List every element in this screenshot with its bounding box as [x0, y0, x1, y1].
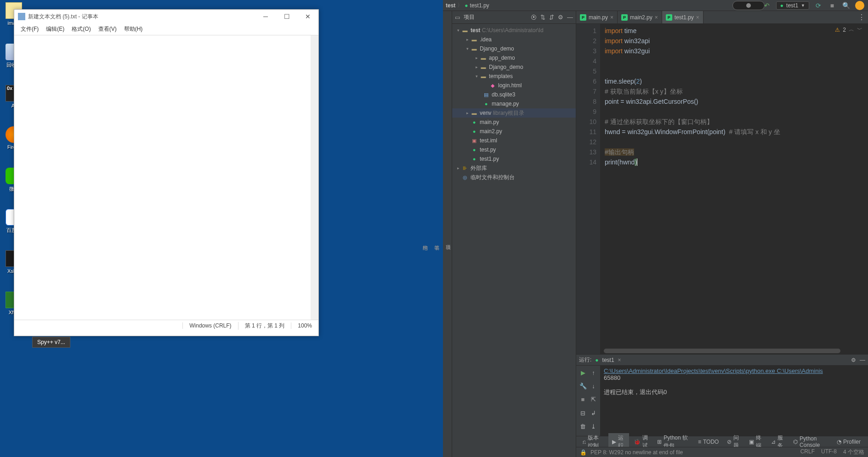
soft-wrap-button[interactable]: ↲	[589, 408, 598, 418]
search-icon[interactable]: 🔍	[841, 1, 851, 10]
left-tool-stripe[interactable]: 项目 书签 结构	[443, 11, 452, 457]
tree-root-name: test	[471, 27, 480, 34]
rerun-button[interactable]: ▶	[578, 367, 588, 378]
menu-format[interactable]: 格式(O)	[68, 24, 94, 34]
status-indent[interactable]: 4 个空格	[843, 448, 864, 456]
avatar[interactable]	[855, 1, 864, 10]
output-path: C:\Users\Administrator\IdeaProjects\test…	[604, 367, 864, 374]
menu-edit[interactable]: 编辑(E)	[42, 24, 68, 34]
chevron-down-icon[interactable]: ﹀	[857, 26, 862, 34]
close-button[interactable]: ✕	[297, 10, 318, 23]
line-gutter[interactable]: 1234567891011121314	[576, 24, 600, 354]
breadcrumb[interactable]: test 〉 ● test1.py	[443, 1, 749, 9]
chevron-up-icon[interactable]: ︿	[849, 26, 854, 34]
code-editor[interactable]: 1234567891011121314 import time import w…	[576, 24, 868, 354]
notepad-text-area[interactable]	[14, 35, 318, 320]
project-view-icon[interactable]: ▭	[455, 14, 460, 21]
editor-area: Pmain.py× Pmain2.py× Ptest1.py× ⋮ 123456…	[576, 11, 868, 457]
tabs-more-icon[interactable]: ⋮	[858, 11, 868, 23]
bottom-tool-stripe: ⎌版本控制 ▶运行 🐞调试 ⊞Python 软件包 ≡TODO ⊘问题 ▣终端 …	[576, 436, 868, 447]
export-button[interactable]: ⇱	[589, 395, 598, 405]
scroll-button[interactable]: ⤓	[589, 422, 598, 432]
layout-button[interactable]: ⊟	[578, 408, 588, 418]
tree-item-django-demo[interactable]: ▾▬Django_demo	[452, 44, 576, 53]
tree-item-manage-py[interactable]: ●manage.py	[452, 99, 576, 108]
notepad-titlebar[interactable]: 新建文本文档 (5).txt - 记事本 ─ ☐ ✕	[14, 10, 318, 23]
tree-label: app_demo	[489, 55, 515, 61]
status-line-sep[interactable]: CRLF	[800, 448, 815, 456]
recording-pill[interactable]	[732, 1, 765, 10]
tree-item-django-demo2[interactable]: ▸▬Django_demo	[452, 62, 576, 72]
tree-item-main2-py[interactable]: ●main2.py	[452, 127, 576, 136]
expand-icon[interactable]: ⇅	[540, 14, 545, 21]
tree-item-templates[interactable]: ▾▬templates	[452, 72, 576, 81]
project-tree[interactable]: ▾▬test C:\Users\Administrator\Id ▸▬.idea…	[452, 24, 576, 457]
stop-icon[interactable]: ■	[828, 1, 837, 10]
tree-item-test-iml[interactable]: ▣test.iml	[452, 136, 576, 145]
tree-item-temp-console[interactable]: ◎临时文件和控制台	[452, 173, 576, 182]
close-icon[interactable]: ×	[610, 14, 613, 21]
inspection-badge[interactable]: ⚠2︿﹀	[835, 26, 862, 34]
collapse-icon[interactable]: ⇵	[549, 14, 554, 21]
python-icon: ⌬	[793, 439, 798, 445]
tree-item-main-py[interactable]: ●main.py	[452, 118, 576, 127]
project-panel-header: ▭ 项目 ⦿ ⇅ ⇵ ⚙ —	[452, 11, 576, 24]
trash-button[interactable]: 🗑	[578, 422, 588, 432]
menu-view[interactable]: 查看(V)	[95, 24, 120, 34]
tree-label: 临时文件和控制台	[471, 174, 515, 181]
scratch-icon: ◎	[461, 174, 469, 181]
tree-item-db-sqlite[interactable]: ▤db.sqlite3	[452, 90, 576, 99]
tree-root[interactable]: ▾▬test C:\Users\Administrator\Id	[452, 26, 576, 35]
gear-icon[interactable]: ⚙	[851, 357, 856, 363]
taskbar-spy-button[interactable]: Spy++ v7...	[32, 337, 70, 348]
select-opened-icon[interactable]: ⦿	[531, 14, 537, 21]
maximize-button[interactable]: ☐	[276, 10, 297, 23]
run-config-name: test1	[786, 2, 798, 9]
tree-item-login-html[interactable]: ◆login.html	[452, 81, 576, 90]
menu-help[interactable]: 帮助(H)	[120, 24, 147, 34]
tool-profiler[interactable]: ◔Profiler	[833, 438, 864, 446]
hide-icon[interactable]: —	[567, 14, 573, 21]
wrench-button[interactable]: 🔧	[578, 381, 588, 391]
tab-test1-py[interactable]: Ptest1.py×	[662, 11, 703, 23]
run-output[interactable]: C:\Users\Administrator\IdeaProjects\test…	[600, 366, 868, 436]
folder-icon: ▬	[480, 55, 487, 61]
tab-main-py[interactable]: Pmain.py×	[576, 11, 618, 23]
tab-label: main2.py	[630, 14, 652, 21]
tree-label: templates	[489, 73, 513, 79]
up-button[interactable]: ↑	[589, 367, 598, 378]
tree-item-ext-libs[interactable]: ▸⊪外部库	[452, 164, 576, 173]
minimize-button[interactable]: ─	[255, 10, 276, 23]
down-button[interactable]: ↓	[589, 381, 598, 391]
horizontal-scrollbar[interactable]	[604, 349, 840, 353]
hide-icon[interactable]: —	[860, 357, 865, 363]
close-icon[interactable]: ×	[696, 14, 699, 21]
status-encoding[interactable]: UTF-8	[821, 448, 837, 456]
package-icon: ⊞	[657, 439, 662, 445]
menu-file[interactable]: 文件(F)	[17, 24, 42, 34]
code-content[interactable]: import time import win32api import win32…	[600, 24, 868, 354]
tree-item-idea[interactable]: ▸▬.idea	[452, 35, 576, 44]
tree-item-venv[interactable]: ▸▬venv library根目录	[452, 108, 576, 118]
iml-file-icon: ▣	[471, 137, 478, 144]
gear-icon[interactable]: ⚙	[558, 14, 563, 21]
run-config-selector[interactable]: ● test1 ▼	[776, 1, 809, 10]
lock-icon[interactable]: 🔒	[580, 449, 587, 456]
tree-item-test-py[interactable]: ●test.py	[452, 145, 576, 154]
tool-todo[interactable]: ≡TODO	[694, 438, 722, 446]
tree-item-test1-py[interactable]: ●test1.py	[452, 154, 576, 164]
tree-label: venv	[480, 110, 491, 116]
close-icon[interactable]: ×	[618, 357, 621, 363]
services-icon: ⊿	[771, 439, 776, 445]
updates-icon[interactable]: ⟳	[814, 1, 823, 10]
breadcrumb-root[interactable]: test	[446, 2, 455, 9]
breadcrumb-file[interactable]: test1.py	[470, 2, 489, 9]
tab-main2-py[interactable]: Pmain2.py×	[618, 11, 662, 23]
close-icon[interactable]: ×	[655, 14, 658, 21]
status-message[interactable]: PEP 8: W292 no newline at end of file	[590, 449, 683, 456]
tab-label: test1.py	[675, 14, 694, 21]
vertical-scrollbar[interactable]	[311, 35, 318, 320]
stop-button[interactable]: ■	[578, 395, 588, 405]
tree-item-app-demo[interactable]: ▸▬app_demo	[452, 53, 576, 62]
tool-label: Profiler	[843, 439, 861, 445]
